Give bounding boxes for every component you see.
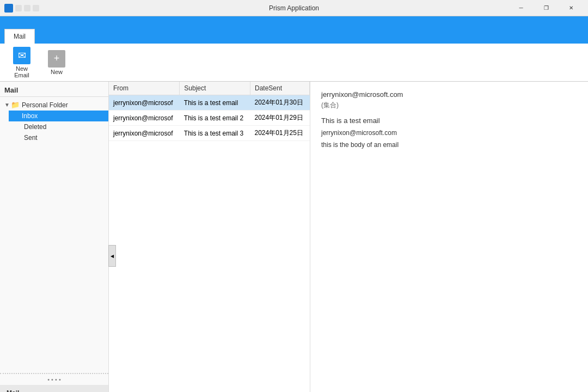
sidebar: Mail ▼ 📁 Personal Folder Inbox Deleted S… xyxy=(0,82,109,392)
quick-access-2[interactable] xyxy=(24,5,30,11)
sidebar-label: Mail xyxy=(0,82,108,97)
folder-children: Inbox Deleted Sent xyxy=(0,111,108,143)
email-preview: jerrynixon@microsoft.com (集合) This is a … xyxy=(310,82,588,392)
sidebar-personal-folder[interactable]: ▼ 📁 Personal Folder xyxy=(0,99,108,111)
preview-from: jerrynixon@microsoft.com xyxy=(321,129,577,137)
table-row[interactable]: jerrynixon@microsofThis is a test email … xyxy=(109,111,310,126)
folder-icon: 📁 xyxy=(11,101,20,109)
quick-access-1[interactable] xyxy=(15,5,22,11)
preview-collection: (集合) xyxy=(321,101,577,110)
new-email-button[interactable]: ✉ NewEmail xyxy=(9,45,35,81)
email-list-padding xyxy=(109,141,310,392)
sidebar-collapse-button[interactable]: ◀ xyxy=(108,245,116,267)
window-title: Prism Application xyxy=(269,4,319,12)
sidebar-item-sent[interactable]: Sent xyxy=(9,132,108,143)
email-table: From Subject DateSent jerrynixon@microso… xyxy=(109,82,310,141)
ribbon-content: ✉ NewEmail + New xyxy=(0,44,588,82)
email-subject-cell: This is a test email xyxy=(180,95,250,111)
sidebar-item-deleted[interactable]: Deleted xyxy=(9,121,108,132)
title-bar: Prism Application ─ ❐ ✕ xyxy=(0,0,588,16)
email-list-area: From Subject DateSent jerrynixon@microso… xyxy=(109,82,310,392)
deleted-label: Deleted xyxy=(24,123,46,131)
preview-subject: This is a test email xyxy=(321,117,577,125)
sidebar-tree: ▼ 📁 Personal Folder Inbox Deleted Sent xyxy=(0,97,108,373)
email-table-body: jerrynixon@microsofThis is a test email2… xyxy=(109,95,310,141)
title-bar-left xyxy=(4,4,39,13)
ribbon-tab-mail[interactable]: Mail xyxy=(4,29,35,44)
email-date-cell: 2024年01月29日 xyxy=(250,111,309,126)
col-subject[interactable]: Subject xyxy=(180,82,250,95)
resize-dots: • • • • xyxy=(0,374,108,385)
email-date-cell: 2024年01月30日 xyxy=(250,95,309,111)
col-from[interactable]: From xyxy=(109,82,180,95)
email-from-cell: jerrynixon@microsof xyxy=(109,126,180,141)
app-icon xyxy=(4,4,13,13)
email-from-cell: jerrynixon@microsof xyxy=(109,111,180,126)
restore-button[interactable]: ❐ xyxy=(534,0,559,16)
col-date[interactable]: DateSent xyxy=(250,82,309,95)
new-icon: + xyxy=(48,50,65,68)
new-email-icon: ✉ xyxy=(13,47,30,64)
table-row[interactable]: jerrynixon@microsofThis is a test email … xyxy=(109,126,310,141)
sidebar-nav-mail[interactable]: Mail xyxy=(0,385,108,392)
preview-body: this is the body of an email xyxy=(321,141,577,149)
window-controls: ─ ❐ ✕ xyxy=(509,0,584,16)
email-subject-cell: This is a test email 2 xyxy=(180,111,250,126)
quick-access-dropdown[interactable] xyxy=(33,5,39,11)
sidebar-item-inbox[interactable]: Inbox xyxy=(9,111,108,121)
email-date-cell: 2024年01月25日 xyxy=(250,126,309,141)
email-from-cell: jerrynixon@microsof xyxy=(109,95,180,111)
sent-label: Sent xyxy=(24,134,38,142)
preview-sender: jerrynixon@microsoft.com xyxy=(321,90,577,99)
app-container: Mail ▼ 📁 Personal Folder Inbox Deleted S… xyxy=(0,82,588,392)
table-row[interactable]: jerrynixon@microsofThis is a test email2… xyxy=(109,95,310,111)
new-email-label: NewEmail xyxy=(14,65,29,78)
folder-arrow: ▼ xyxy=(4,102,11,108)
email-table-header: From Subject DateSent xyxy=(109,82,310,95)
close-button[interactable]: ✕ xyxy=(559,0,584,16)
sidebar-bottom: • • • • Mail Contacts ... xyxy=(0,373,108,392)
new-label: New xyxy=(51,69,63,75)
personal-folder-label: Personal Folder xyxy=(22,101,68,109)
email-subject-cell: This is a test email 3 xyxy=(180,126,250,141)
new-button[interactable]: + New xyxy=(44,48,70,77)
minimize-button[interactable]: ─ xyxy=(509,0,534,16)
ribbon-tabbar: Mail xyxy=(0,16,588,44)
